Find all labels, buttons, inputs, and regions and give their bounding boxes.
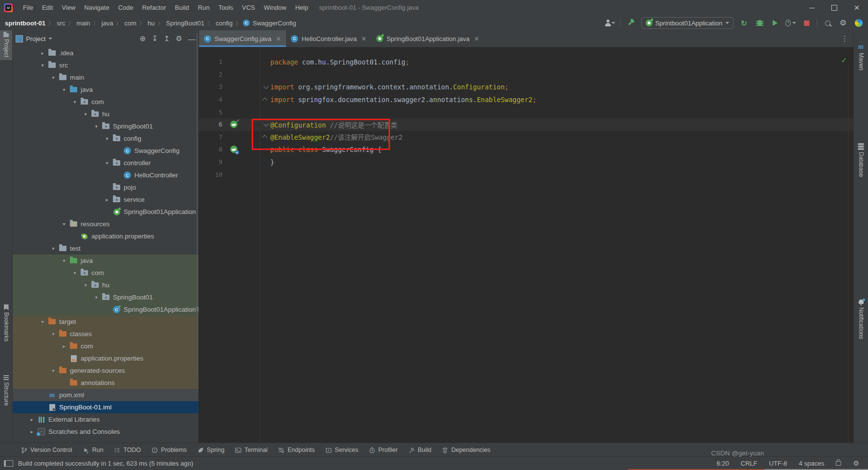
tree-chevron-right[interactable]: ▸ [26,429,37,434]
tree-chevron-down[interactable]: ▾ [48,246,59,251]
tree-item-main[interactable]: ▾main [13,71,198,84]
tree-item-resources[interactable]: ▾resources [13,218,198,230]
tree-chevron-down[interactable]: ▾ [102,136,112,141]
tree-item-swaggerconfig[interactable]: CSwaggerConfig [13,145,198,157]
project-scrollbar[interactable] [196,32,198,374]
tree-item-config[interactable]: ▾config [13,132,198,145]
code-line-5[interactable]: 5 [199,106,853,118]
debug-button[interactable] [754,18,765,28]
tree-item-springboot01application[interactable]: SpringBoot01Application [13,206,198,218]
user-account-icon[interactable] [605,18,615,28]
tree-chevron-down[interactable]: ▾ [91,124,102,129]
tree-item--idea[interactable]: ▸.idea [13,47,198,59]
menu-file[interactable]: File [19,0,38,16]
tree-item-com[interactable]: ▾com [13,267,198,279]
status-gear-icon[interactable]: ⚙ [853,460,859,467]
tree-item-external-libraries[interactable]: ▸External Libraries [13,413,198,426]
collapse-all-icon[interactable]: ↥ [164,34,170,43]
readonly-lock-icon[interactable] [836,461,841,466]
code-line-10[interactable]: 10 [199,168,853,181]
tree-chevron-right[interactable]: ▸ [59,343,69,349]
tree-item-test[interactable]: ▾test [13,242,198,255]
tree-chevron-down[interactable]: ▾ [80,111,91,117]
ide-profile-sphere-icon[interactable] [853,18,864,28]
tree-chevron-down[interactable]: ▾ [59,221,69,227]
profiler-button[interactable] [785,18,796,28]
tree-chevron-down[interactable]: ▾ [59,258,69,263]
tree-chevron-down[interactable]: ▾ [48,75,59,80]
menu-build[interactable]: Build [171,0,194,16]
tree-item-application-properties[interactable]: application.properties [13,230,198,242]
toolwindow-toggle-icon[interactable] [4,460,13,467]
toolwindow-button-project[interactable]: Project [0,30,12,60]
tree-item-controller[interactable]: ▾controller [13,157,198,169]
toolwindow-button-spring[interactable]: Spring [193,443,229,457]
tree-item-application-properties[interactable]: application.properties [13,352,198,364]
code-line-1[interactable]: 1package com.hu.SpringBoot01.config; [199,56,853,68]
minimize-button[interactable] [801,0,823,16]
tree-item-target[interactable]: ▾target [13,316,198,328]
menu-view[interactable]: View [57,0,80,16]
tree-chevron-down[interactable]: ▾ [59,87,69,92]
toolwindow-button-endpoints[interactable]: Endpoints [274,443,319,457]
tree-chevron-down[interactable]: ▾ [80,282,91,288]
tree-chevron-down[interactable]: ▾ [37,319,48,324]
tree-item-springboot01[interactable]: ▾SpringBoot01 [13,120,198,132]
menu-window[interactable]: Window [260,0,291,16]
tree-item-scratches-and-consoles[interactable]: ▸›Scratches and Consoles [13,426,198,438]
tree-chevron-down[interactable]: ▾ [37,63,48,68]
tree-item-springboot01applicationtests[interactable]: CSpringBoot01ApplicationTests [13,303,198,316]
code-line-2[interactable]: 2 [199,68,853,81]
breadcrumb-item-java[interactable]: java [101,20,114,27]
breadcrumb-item-springboot01[interactable]: SpringBoot01 [165,20,205,27]
stop-button[interactable] [801,18,812,28]
breadcrumb-item-config[interactable]: config [215,20,234,27]
menu-vcs[interactable]: VCS [238,0,260,16]
menu-run[interactable]: Run [194,0,214,16]
tree-item-src[interactable]: ▾src [13,59,198,71]
menu-help[interactable]: Help [291,0,313,16]
toolwindow-button-dependencies[interactable]: Dependencies [437,443,495,457]
caret-position[interactable]: 6:20 [716,460,729,467]
file-encoding[interactable]: UTF-8 [769,460,787,467]
locate-file-icon[interactable]: ⊕ [140,34,146,43]
code-line-9[interactable]: 9} [199,156,853,169]
toolwindow-button-maven[interactable]: m Maven [854,40,868,73]
tree-item-classes[interactable]: ▾classes [13,328,198,340]
menu-refactor[interactable]: Refactor [138,0,171,16]
tree-chevron-down[interactable]: ▾ [102,160,112,166]
toolwindow-button-run[interactable]: Run [78,443,108,457]
tree-chevron-down[interactable]: ▾ [48,368,59,373]
tree-chevron-down[interactable]: ▾ [91,295,102,300]
menu-code[interactable]: Code [114,0,138,16]
breadcrumb-item-com[interactable]: com [123,20,137,27]
tree-chevron-right[interactable]: ▸ [37,50,48,56]
code-line-4[interactable]: 4import springfox.documentation.swagger2… [199,93,853,106]
tree-item-generated-sources[interactable]: ▾generated-sources [13,364,198,377]
tree-item-hu[interactable]: ▾hu [13,108,198,120]
close-button[interactable]: ✕ [846,0,868,16]
tab-options-kebab-icon[interactable]: ⋮ [841,34,848,43]
code-editor[interactable]: 1package com.hu.SpringBoot01.config;23im… [199,47,853,443]
expand-all-icon[interactable]: ↧ [152,34,158,43]
breadcrumb-item-sprintboot-01[interactable]: sprintboot-01 [4,20,46,27]
toolwindow-button-build[interactable]: Build [404,443,436,457]
breadcrumb-item-main[interactable]: main [75,20,91,27]
menu-tools[interactable]: Tools [214,0,238,16]
tree-chevron-right[interactable]: ▸ [26,417,37,422]
toolwindow-button-structure[interactable]: Structure [0,372,12,409]
tree-chevron-right[interactable]: ▸ [102,197,112,202]
tree-item-com[interactable]: ▸com [13,340,198,352]
project-view-selector[interactable]: Project [16,35,52,43]
editor-tab-swaggerconfig-java[interactable]: CSwaggerConfig.java✕ [199,30,286,47]
menu-edit[interactable]: Edit [38,0,57,16]
toolwindow-button-database[interactable]: Database [854,140,868,180]
build-hammer-icon[interactable] [626,18,636,28]
tree-item-service[interactable]: ▸service [13,193,198,206]
settings-gear-icon[interactable]: ⚙ [838,18,848,28]
tree-chevron-down[interactable]: ▾ [69,270,80,276]
tree-chevron-down[interactable]: ▾ [69,99,80,105]
fold-marker-close[interactable] [252,98,270,102]
tree-item-java[interactable]: ▾java [13,84,198,96]
fold-marker-open[interactable] [252,85,270,89]
